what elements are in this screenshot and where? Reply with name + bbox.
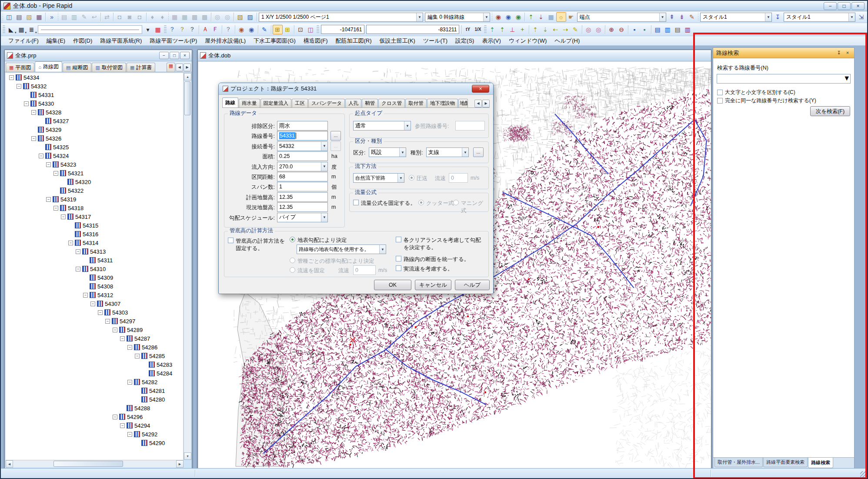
toolbar-grip[interactable] bbox=[698, 13, 698, 21]
kubun-combo[interactable]: 既設▼ bbox=[369, 147, 406, 157]
browse-button[interactable]: ... bbox=[331, 131, 341, 141]
one-over-x-icon[interactable]: 1/X bbox=[473, 25, 483, 34]
pair-icon[interactable]: ◫ bbox=[306, 25, 316, 34]
stamp-red-icon[interactable]: ◉ bbox=[493, 12, 503, 22]
doc-b1-icon[interactable]: ▤ bbox=[653, 25, 663, 34]
chevron-down-icon[interactable]: ▼ bbox=[659, 13, 666, 21]
tree-expand-icon[interactable]: − bbox=[61, 214, 66, 219]
case-sensitive-checkbox[interactable]: 大文字と小文字を区別する(C) bbox=[717, 89, 795, 96]
tree-item[interactable]: 54329 bbox=[6, 125, 183, 134]
tab-路線図[interactable]: ⌂路線図 bbox=[35, 61, 62, 72]
tree-item[interactable]: 54290 bbox=[6, 439, 183, 447]
node-up-2-icon[interactable]: ⇡ bbox=[497, 25, 507, 34]
net-grey-2-icon[interactable]: ▦ bbox=[180, 12, 190, 22]
chevron-down-icon[interactable]: ▼ bbox=[399, 148, 406, 157]
menu-item[interactable]: 仮設土留工(K) bbox=[376, 36, 419, 46]
style-anchor-2-icon[interactable]: ⇲ bbox=[856, 12, 866, 22]
dialog-tab-路線[interactable]: 路線 bbox=[222, 97, 238, 107]
resize-grip-icon[interactable] bbox=[860, 471, 866, 477]
save-icon[interactable]: ▦ bbox=[34, 12, 44, 22]
tree-item[interactable]: −54303 bbox=[6, 308, 183, 317]
tree-expand-icon[interactable]: − bbox=[68, 241, 73, 245]
menu-item[interactable]: 表示(V) bbox=[478, 36, 504, 46]
tree-item[interactable]: 54311 bbox=[6, 256, 183, 265]
surface-slope-radio[interactable]: 地表勾配により決定 bbox=[290, 237, 347, 244]
pen-up-icon[interactable]: ⇡ bbox=[531, 25, 541, 34]
tools-grey-icon[interactable]: ◙ bbox=[125, 12, 135, 22]
node-up-1-icon[interactable]: ⇡ bbox=[487, 25, 497, 34]
edit-combo[interactable]: 編集 0 幹線路線▼ bbox=[425, 13, 490, 22]
tree-item[interactable]: −54297 bbox=[6, 317, 183, 325]
tree-item[interactable]: −54310 bbox=[6, 265, 183, 273]
chevron-down-icon[interactable]: ▼ bbox=[321, 162, 327, 171]
exact-match-checkbox[interactable]: 完全に同一な路線番号だけ検索する(Y) bbox=[717, 97, 816, 104]
menu-item[interactable]: ファイル(F) bbox=[4, 36, 43, 46]
stamp-blue-icon[interactable]: ◉ bbox=[503, 12, 513, 22]
zoom-out-icon[interactable]: ⊖ bbox=[617, 25, 627, 34]
dialog-titlebar[interactable]: プロジェクト：路線データ 54331 × bbox=[219, 83, 493, 95]
stamp-green-icon[interactable]: ◉ bbox=[513, 12, 523, 22]
actual-speed-checkbox[interactable]: 実流速を考慮する。 bbox=[396, 265, 453, 273]
tab-取付管図[interactable]: ▥取付管図 bbox=[92, 63, 126, 72]
undo-grey-icon[interactable]: ↩ bbox=[89, 12, 99, 22]
line-arrow-icon[interactable]: ▾ bbox=[143, 25, 153, 34]
flow-method-combo[interactable]: 自然流下管路▼ bbox=[353, 173, 404, 183]
scroll-right-icon[interactable]: ▶ bbox=[176, 460, 184, 468]
tree-expand-icon[interactable]: − bbox=[113, 415, 117, 419]
scroll-left-icon[interactable]: ◀ bbox=[6, 460, 13, 468]
text-y-icon[interactable]: tY bbox=[463, 25, 473, 34]
coord-x-field[interactable]: -1047161 bbox=[321, 25, 364, 34]
edit-grey-icon[interactable]: ✎ bbox=[79, 12, 89, 22]
tab-平面図[interactable]: ▦平面図 bbox=[6, 63, 34, 72]
chevron-down-icon[interactable]: ▼ bbox=[397, 174, 404, 182]
field-雨水[interactable]: 雨水 bbox=[277, 121, 328, 131]
chevron-down-icon[interactable]: ▼ bbox=[843, 74, 850, 83]
start-type-combo[interactable]: 通常▼ bbox=[353, 121, 411, 131]
tree-expand-icon[interactable]: − bbox=[127, 345, 132, 350]
tree-item[interactable]: −54318 bbox=[6, 204, 183, 212]
doc-b4-icon[interactable]: ▥ bbox=[683, 25, 693, 34]
style-combo1[interactable]: スタイル1▼ bbox=[700, 13, 772, 22]
dialog-tab-スパンデータ[interactable]: スパンデータ bbox=[308, 99, 345, 107]
dialog-tab-scroll-left-icon[interactable]: ◀ bbox=[474, 100, 482, 107]
chevron-down-icon[interactable]: ▼ bbox=[404, 121, 411, 130]
menu-item[interactable]: ヘルプ(H) bbox=[551, 36, 584, 46]
menu-item[interactable]: 路線平面ツール(P) bbox=[146, 36, 201, 46]
pan-hand-icon[interactable]: ☛ bbox=[566, 12, 576, 22]
tree-expand-icon[interactable]: − bbox=[17, 84, 21, 89]
pen-blue-icon[interactable]: ✎ bbox=[260, 25, 270, 34]
tree-item[interactable]: −54314 bbox=[6, 238, 183, 247]
menu-item[interactable]: 屋外排水設備(L) bbox=[201, 36, 250, 46]
house-grey-1-icon[interactable]: ◘ bbox=[115, 12, 125, 22]
tab-計算書[interactable]: ▦計算書 bbox=[127, 63, 155, 72]
chevron-down-icon[interactable]: ▼ bbox=[765, 13, 771, 21]
field-54332[interactable]: 54332▼ bbox=[277, 141, 328, 151]
tree-item[interactable]: −54324 bbox=[6, 151, 183, 160]
tree-item[interactable]: −54294 bbox=[6, 421, 183, 430]
tree-expand-icon[interactable]: − bbox=[105, 319, 110, 324]
pen-edit-icon[interactable]: ✎ bbox=[571, 25, 581, 34]
snap-grid-icon[interactable]: ▦ bbox=[546, 12, 556, 22]
tree-expand-icon[interactable]: − bbox=[53, 171, 58, 176]
pen-left-icon[interactable]: ⇠ bbox=[551, 25, 561, 34]
clearance-checkbox[interactable]: 各クリアランスを考慮して勾配を決定する。 bbox=[396, 237, 486, 251]
toolbar-grip[interactable] bbox=[492, 13, 492, 21]
toolbar-grip[interactable] bbox=[3, 13, 3, 21]
cell-add-icon[interactable]: ⊞ bbox=[283, 25, 293, 34]
tree-item[interactable]: 54320 bbox=[6, 178, 183, 186]
prp-restore-button[interactable]: □ bbox=[170, 52, 179, 59]
tree-expand-icon[interactable]: − bbox=[120, 423, 125, 428]
tab-scroll-right-icon[interactable]: ▶ bbox=[184, 64, 191, 71]
scale-combo[interactable]: 1 X/Y 1/2500 1/2500 ページ1▼ bbox=[259, 13, 423, 22]
tree-item[interactable]: 54309 bbox=[6, 273, 183, 282]
edge-down-icon[interactable]: ⇟ bbox=[677, 12, 687, 22]
find-dark-icon[interactable]: ？ bbox=[187, 25, 197, 34]
ok-button[interactable]: OK bbox=[374, 280, 411, 290]
dialog-close-button[interactable]: × bbox=[472, 85, 489, 93]
tree-expand-icon[interactable]: − bbox=[127, 380, 132, 385]
fix-calc-checkbox[interactable]: 管底高の計算方法を固定する。 bbox=[228, 238, 287, 252]
tree-item[interactable]: 54325 bbox=[6, 143, 183, 151]
prp-window-titlebar[interactable]: 全体.prp −□× bbox=[5, 50, 192, 61]
ring-2-icon[interactable]: ◎ bbox=[594, 25, 604, 34]
doc-grey-1-icon[interactable]: ▤ bbox=[59, 12, 69, 22]
